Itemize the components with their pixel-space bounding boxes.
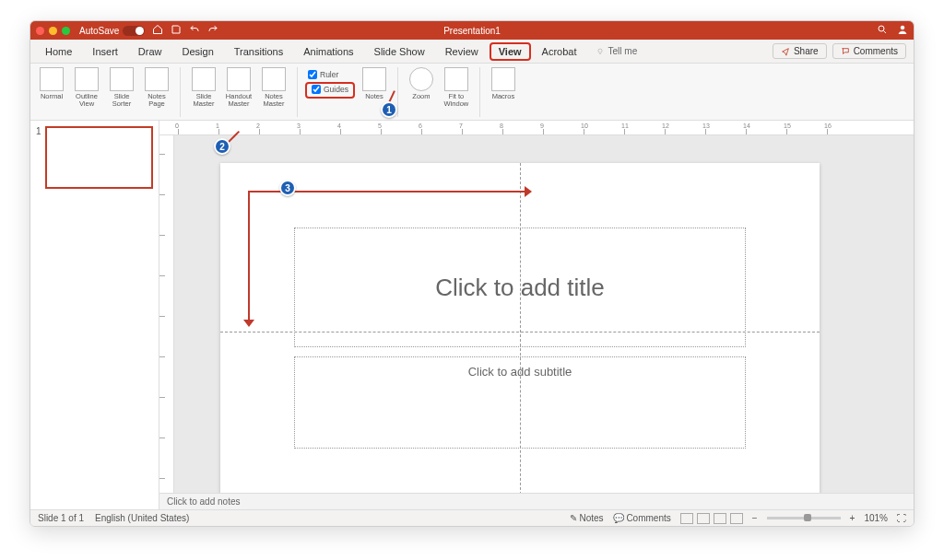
titlebar: AutoSave Presentation1 xyxy=(30,21,914,40)
zoom-out-button[interactable]: − xyxy=(752,513,758,523)
notes-pane-button[interactable]: Notes xyxy=(359,67,390,100)
sorter-view-btn[interactable] xyxy=(697,513,710,524)
account-icon[interactable] xyxy=(897,24,908,37)
autosave-toggle[interactable]: AutoSave xyxy=(79,26,145,36)
callout-badge-1: 1 xyxy=(381,101,397,118)
zoom-percentage[interactable]: 101% xyxy=(864,513,888,523)
fit-to-window-button[interactable]: Fit to Window xyxy=(441,67,472,108)
tab-insert[interactable]: Insert xyxy=(83,43,127,60)
guides-label: Guides xyxy=(324,85,348,94)
view-notes-master[interactable]: Notes Master xyxy=(258,67,289,108)
subtitle-placeholder-text: Click to add subtitle xyxy=(468,365,572,379)
svg-point-2 xyxy=(597,49,601,52)
redo-icon[interactable] xyxy=(207,24,218,37)
autosave-label: AutoSave xyxy=(79,26,119,36)
notes-pane[interactable]: Click to add notes xyxy=(159,493,914,509)
tab-view[interactable]: View xyxy=(490,42,531,61)
tabs-right: Share Comments xyxy=(773,43,906,59)
view-mode-buttons xyxy=(680,513,743,524)
window-controls xyxy=(36,27,70,35)
status-bar: Slide 1 of 1 English (United States) ✎ N… xyxy=(30,509,914,526)
svg-point-1 xyxy=(901,26,904,29)
notes-toggle[interactable]: ✎ Notes xyxy=(570,513,604,523)
show-group: Ruler Guides xyxy=(305,67,355,99)
notes-placeholder: Click to add notes xyxy=(167,496,241,507)
tab-design[interactable]: Design xyxy=(173,43,223,60)
comments-label: Comments xyxy=(854,46,898,56)
ruler-check[interactable] xyxy=(308,70,317,79)
reading-view-btn[interactable] xyxy=(714,513,726,524)
tab-review[interactable]: Review xyxy=(436,43,488,60)
share-icon xyxy=(781,47,790,56)
arrowhead-down-icon xyxy=(243,320,254,327)
zoom-slider[interactable] xyxy=(767,517,841,519)
comment-icon xyxy=(841,47,850,56)
comments-button[interactable]: Comments xyxy=(832,43,906,59)
quick-access-toolbar xyxy=(152,24,218,37)
toggle-switch[interactable] xyxy=(123,26,145,36)
ruler-checkbox[interactable]: Ruler xyxy=(305,69,355,80)
maximize-window-button[interactable] xyxy=(62,27,70,35)
ribbon-tabs: Home Insert Draw Design Transitions Anim… xyxy=(30,40,914,64)
ribbon-view: Normal Outline View Slide Sorter Notes P… xyxy=(30,64,914,121)
arrowhead-right-icon xyxy=(525,186,532,197)
zoom-button[interactable]: Zoom xyxy=(406,67,437,100)
view-outline[interactable]: Outline View xyxy=(71,67,102,108)
tab-acrobat[interactable]: Acrobat xyxy=(533,43,586,60)
slide[interactable]: Click to add title Click to add subtitle xyxy=(220,163,820,493)
horizontal-ruler[interactable]: 012345678910111213141516 xyxy=(159,121,914,135)
callout-badge-2: 2 xyxy=(214,138,230,155)
callout-badge-3: 3 xyxy=(279,180,296,196)
tab-slide-show[interactable]: Slide Show xyxy=(365,43,434,60)
search-icon[interactable] xyxy=(877,24,888,37)
title-placeholder-text: Click to add title xyxy=(435,274,605,302)
app-window: AutoSave Presentation1 Home Insert Draw … xyxy=(30,20,914,527)
thumbnail-preview[interactable] xyxy=(45,126,153,189)
minimize-window-button[interactable] xyxy=(49,27,57,35)
home-icon[interactable] xyxy=(152,24,163,37)
guides-check[interactable] xyxy=(312,85,321,94)
language-status[interactable]: English (United States) xyxy=(95,513,189,523)
tab-home[interactable]: Home xyxy=(36,43,81,60)
tell-me-label: Tell me xyxy=(608,46,638,56)
tab-transitions[interactable]: Transitions xyxy=(225,43,292,60)
guides-checkbox[interactable]: Guides xyxy=(309,84,351,95)
guides-checkbox-highlight: Guides xyxy=(305,82,355,99)
slideshow-view-btn[interactable] xyxy=(730,513,743,524)
view-notes-page[interactable]: Notes Page xyxy=(141,67,172,108)
view-normal[interactable]: Normal xyxy=(36,67,67,100)
vertical-ruler[interactable] xyxy=(159,135,174,493)
share-button[interactable]: Share xyxy=(773,43,827,59)
bulb-icon xyxy=(596,47,605,56)
subtitle-placeholder[interactable]: Click to add subtitle xyxy=(294,356,746,449)
svg-point-0 xyxy=(879,26,884,31)
title-placeholder[interactable]: Click to add title xyxy=(294,228,746,347)
annotation-arrow-v xyxy=(248,191,250,320)
view-slide-sorter[interactable]: Slide Sorter xyxy=(106,67,137,108)
macros-button[interactable]: Macros xyxy=(488,67,519,100)
tab-animations[interactable]: Animations xyxy=(294,43,362,60)
save-icon[interactable] xyxy=(171,24,182,37)
close-window-button[interactable] xyxy=(36,27,44,35)
tell-me-search[interactable]: Tell me xyxy=(596,46,638,56)
share-label: Share xyxy=(794,46,819,56)
fit-slide-button[interactable]: ⛶ xyxy=(897,513,906,523)
view-slide-master[interactable]: Slide Master xyxy=(188,67,219,108)
slide-thumbnails-pane[interactable]: 1 xyxy=(30,121,159,509)
slide-position: Slide 1 of 1 xyxy=(38,513,84,523)
undo-icon[interactable] xyxy=(189,24,200,37)
workspace: 1 012345678910111213141516 Click to add … xyxy=(30,121,914,509)
comments-toggle[interactable]: 💬 Comments xyxy=(613,513,671,523)
thumbnail-number: 1 xyxy=(36,126,41,189)
view-handout-master[interactable]: Handout Master xyxy=(223,67,254,108)
slide-editor: 012345678910111213141516 Click to add ti… xyxy=(159,121,914,509)
thumbnail-1[interactable]: 1 xyxy=(36,126,153,189)
ruler-label: Ruler xyxy=(320,70,338,79)
titlebar-right xyxy=(877,24,908,37)
normal-view-btn[interactable] xyxy=(680,513,693,524)
zoom-in-button[interactable]: + xyxy=(850,513,856,523)
tab-draw[interactable]: Draw xyxy=(129,43,171,60)
